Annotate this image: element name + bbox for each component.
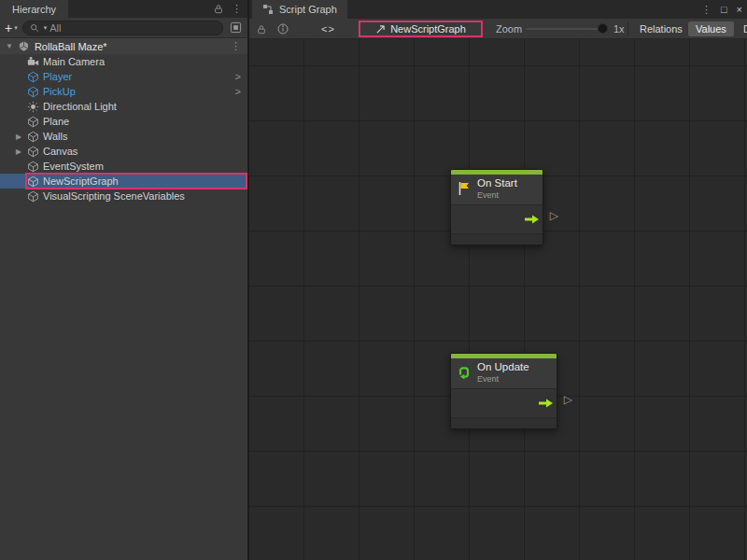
update-loop-icon (456, 364, 472, 381)
output-port-arrow-icon[interactable] (525, 215, 539, 224)
search-filter-caret-icon: ▾ (44, 24, 48, 32)
node-port-row (451, 388, 557, 417)
cube-icon (27, 116, 39, 128)
search-icon (30, 23, 39, 33)
graph-lock-icon[interactable] (257, 19, 266, 39)
scene-header-row[interactable]: ▼ RollaBall Maze* ⋮ (0, 38, 247, 54)
hierarchy-toolbar: + ▾ ▾ All (0, 18, 247, 38)
values-button[interactable]: Values (688, 19, 734, 39)
node-port-row (451, 204, 543, 233)
hierarchy-item-eventsystem[interactable]: EventSystem (0, 159, 247, 174)
node-footer (451, 233, 543, 245)
graph-tab-strip: Script Graph ⋮ □ × (249, 0, 747, 19)
graph-toolbar: <> NewScriptGraph Zoom 1x Relations Valu… (249, 19, 747, 39)
hierarchy-item-player[interactable]: Player > (0, 69, 247, 84)
connection-triangle-icon[interactable]: ▷ (564, 394, 572, 405)
search-window-icon[interactable] (228, 21, 243, 35)
flag-icon (456, 180, 472, 197)
lock-icon[interactable] (214, 4, 223, 14)
hierarchy-tab-label: Hierarchy (12, 4, 56, 15)
graph-asset-icon (375, 24, 386, 35)
script-graph-icon (262, 4, 274, 15)
hierarchy-item-walls[interactable]: ▶ Walls (0, 129, 247, 144)
hierarchy-item-main-camera[interactable]: Main Camera (0, 54, 247, 69)
scene-name: RollaBall Maze* (35, 41, 107, 52)
expand-arrow-icon[interactable]: ▶ (16, 133, 21, 141)
node-title: On Update (477, 361, 529, 374)
node-title: On Start (477, 177, 517, 190)
unity-editor-window: Hierarchy ⋮ + ▾ ▾ All (0, 0, 747, 560)
tab-script-graph[interactable]: Script Graph (252, 0, 347, 19)
hierarchy-item-plane[interactable]: Plane (0, 114, 247, 129)
hierarchy-panel: Hierarchy ⋮ + ▾ ▾ All (0, 0, 247, 560)
close-icon[interactable]: × (737, 4, 742, 15)
tab-hierarchy[interactable]: Hierarchy (0, 0, 68, 18)
zoom-slider[interactable] (526, 28, 608, 30)
output-port-arrow-icon[interactable] (539, 399, 553, 408)
hierarchy-item-canvas[interactable]: ▶ Canvas (0, 144, 247, 159)
zoom-value: 1x (613, 19, 625, 39)
node-footer (451, 417, 557, 428)
cube-icon (27, 131, 39, 143)
cube-icon (27, 190, 39, 203)
cube-icon (27, 175, 39, 188)
prefab-open-chevron-icon[interactable]: > (235, 71, 241, 82)
light-icon (27, 101, 39, 113)
prefab-cube-icon (27, 71, 39, 83)
window-menu-icon[interactable]: ⋮ (701, 5, 712, 15)
graph-breadcrumb[interactable]: NewScriptGraph (359, 21, 483, 37)
angle-brackets-icon[interactable]: <> (321, 19, 335, 39)
hierarchy-item-visualscripting-scenevariables[interactable]: VisualScripting SceneVariables (0, 189, 247, 203)
hierarchy-tab-strip: Hierarchy ⋮ (0, 0, 247, 18)
node-subtitle: Event (477, 190, 517, 201)
toolbar-separator (627, 21, 628, 36)
dim-button[interactable]: Di (736, 19, 747, 39)
node-header[interactable]: On Update Event (451, 358, 557, 388)
chevron-down-icon: ▾ (14, 24, 18, 31)
expand-arrow-icon[interactable]: ▶ (16, 147, 21, 156)
zoom-slider-handle[interactable] (598, 23, 608, 34)
script-graph-panel: Script Graph ⋮ □ × <> NewScriptGraph (249, 0, 747, 560)
search-filter-label: All (49, 22, 61, 34)
info-icon[interactable] (277, 19, 289, 39)
node-on-update[interactable]: On Update Event ▷ (450, 353, 557, 429)
maximize-icon[interactable]: □ (721, 4, 727, 15)
script-graph-tab-label: Script Graph (279, 4, 337, 15)
prefab-cube-icon (27, 86, 39, 98)
node-on-start[interactable]: On Start Event ▷ (450, 169, 543, 245)
hierarchy-menu-icon[interactable]: ⋮ (232, 4, 242, 14)
scene-foldout-icon[interactable]: ▼ (6, 43, 13, 50)
scene-menu-icon[interactable]: ⋮ (231, 41, 241, 51)
graph-canvas[interactable]: On Start Event ▷ (249, 39, 747, 560)
node-header[interactable]: On Start Event (451, 175, 543, 204)
cube-icon (27, 146, 39, 158)
zoom-label: Zoom (496, 19, 522, 39)
cube-icon (27, 161, 39, 173)
create-object-button[interactable]: + ▾ (5, 21, 18, 35)
connection-triangle-icon[interactable]: ▷ (550, 210, 558, 221)
hierarchy-item-directional-light[interactable]: Directional Light (0, 99, 247, 114)
hierarchy-tree: Main Camera Player > PickUp > Directiona… (0, 54, 247, 203)
prefab-open-chevron-icon[interactable]: > (235, 86, 241, 97)
camera-icon (27, 56, 39, 68)
hierarchy-item-pickup[interactable]: PickUp > (0, 84, 247, 99)
breadcrumb-label: NewScriptGraph (390, 23, 466, 35)
hierarchy-search-input[interactable]: ▾ All (22, 21, 223, 35)
unity-scene-icon (18, 40, 30, 52)
hierarchy-item-newscriptgraph[interactable]: NewScriptGraph (0, 174, 247, 189)
relations-button[interactable]: Relations (632, 19, 690, 39)
node-subtitle: Event (477, 374, 529, 385)
